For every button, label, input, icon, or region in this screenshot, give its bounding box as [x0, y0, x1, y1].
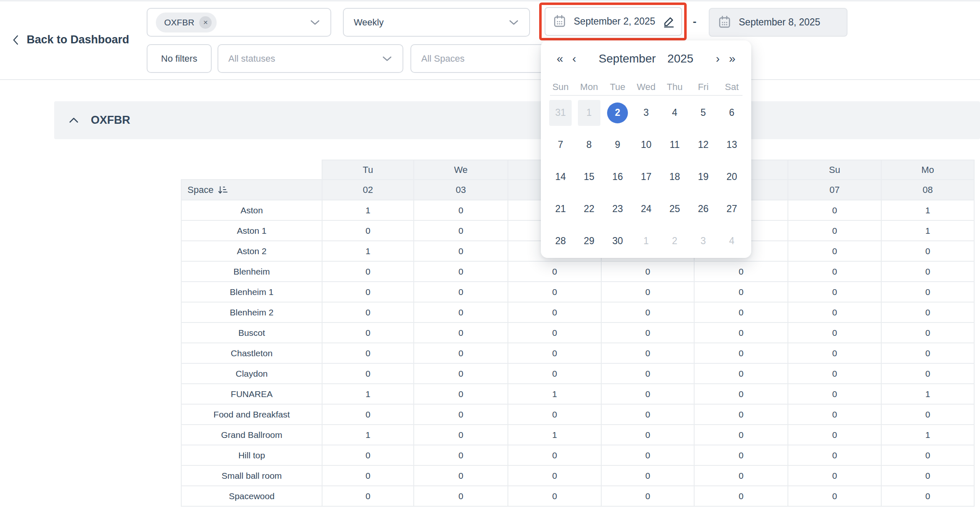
section-header-oxfbr[interactable]: OXFBR — [54, 101, 980, 139]
calendar-date-cell: 23 — [603, 193, 632, 225]
calendar-date-cell: 12 — [689, 129, 718, 161]
calendar-day[interactable]: 3 — [693, 231, 714, 252]
calendar-date-cell: 21 — [546, 193, 575, 225]
calendar-date-cell: 18 — [660, 161, 689, 193]
calendar-date-cell: 1 — [632, 225, 661, 257]
calendar-date-cell: 2 — [660, 225, 689, 257]
value-cell: 0 — [881, 445, 974, 465]
calendar-day[interactable]: 20 — [721, 167, 742, 188]
value-cell: 1 — [881, 200, 974, 220]
calendar-day[interactable]: 19 — [693, 167, 714, 188]
space-name-cell: Blenheim — [181, 261, 322, 282]
calendar-day[interactable]: 27 — [721, 199, 742, 220]
value-cell: 0 — [788, 302, 881, 322]
no-filters-button[interactable]: No filters — [147, 44, 212, 73]
date-header-cell: 08 — [881, 180, 974, 200]
value-cell: 0 — [508, 445, 601, 465]
value-cell: 0 — [508, 302, 601, 322]
calendar-date-cell: 4 — [718, 225, 746, 257]
end-date-picker[interactable]: September 8, 2025 — [709, 8, 848, 37]
calendar-day[interactable]: 4 — [664, 102, 685, 123]
value-cell: 0 — [414, 404, 508, 425]
calendar-date-cell: 3 — [632, 97, 661, 129]
calendar-day[interactable]: 16 — [607, 167, 628, 188]
calendar-day[interactable]: 23 — [607, 199, 628, 220]
value-cell: 0 — [788, 343, 881, 363]
value-cell: 0 — [694, 465, 788, 486]
calendar-day[interactable]: 30 — [607, 231, 628, 252]
calendar-day[interactable]: 22 — [579, 199, 600, 220]
value-cell: 0 — [508, 261, 601, 282]
table-row: Blenheim 20000000 — [181, 302, 974, 322]
calendar-day[interactable]: 31 — [549, 100, 572, 126]
table-row: Grand Ballroom1010001 — [181, 425, 974, 445]
calendar-day[interactable]: 6 — [721, 102, 742, 123]
space-name-cell: Blenheim 1 — [181, 282, 322, 302]
calendar-date-cell: 19 — [689, 161, 718, 193]
sort-icon[interactable] — [218, 185, 228, 195]
value-cell: 0 — [601, 445, 694, 465]
back-to-dashboard-link[interactable]: Back to Dashboard — [11, 33, 129, 46]
calendar-date-cell: 16 — [603, 161, 632, 193]
calendar-day[interactable]: 21 — [550, 199, 571, 220]
calendar-day[interactable]: 12 — [693, 135, 714, 155]
calendar-date-cell: 10 — [632, 129, 661, 161]
calendar-day[interactable]: 25 — [664, 199, 685, 220]
prev-year-button[interactable]: « — [557, 53, 563, 65]
calendar-day[interactable]: 15 — [579, 167, 600, 188]
prev-month-button[interactable]: ‹ — [572, 53, 576, 65]
space-name-cell: Chastleton — [181, 343, 322, 363]
group-multiselect[interactable]: OXFBR × — [147, 8, 331, 37]
calendar-day[interactable]: 5 — [693, 102, 714, 123]
calendar-month-label[interactable]: September — [599, 52, 656, 65]
statuses-select[interactable]: All statuses — [218, 44, 403, 73]
value-cell: 0 — [881, 404, 974, 425]
space-column-header[interactable]: Space — [181, 180, 322, 200]
space-name-cell: Claydon — [181, 363, 322, 384]
calendar-day[interactable]: 8 — [579, 135, 600, 155]
table-row: Hill top0000000 — [181, 445, 974, 465]
calendar-day[interactable]: 4 — [721, 231, 742, 252]
calendar-day[interactable]: 17 — [636, 167, 657, 188]
value-cell: 0 — [322, 302, 414, 322]
calendar-date-cell: 9 — [603, 129, 632, 161]
value-cell: 0 — [601, 322, 694, 343]
date-header-cell: 03 — [414, 180, 508, 200]
calendar-day[interactable]: 13 — [721, 135, 742, 155]
calendar-date-cell: 26 — [689, 193, 718, 225]
date-picker-popup: « ‹ September 2025 › » SunMonTueWedThuFr… — [541, 40, 751, 258]
next-month-button[interactable]: › — [716, 53, 720, 65]
calendar-day[interactable]: 29 — [579, 231, 600, 252]
value-cell: 1 — [322, 200, 414, 220]
calendar-day[interactable]: 26 — [693, 199, 714, 220]
calendar-day[interactable]: 9 — [607, 135, 628, 155]
table-row: FUNAREA1010001 — [181, 384, 974, 404]
chevron-up-icon[interactable] — [68, 116, 79, 125]
calendar-day[interactable]: 2 — [664, 231, 685, 252]
value-cell: 0 — [881, 282, 974, 302]
calendar-date-cell: 28 — [546, 225, 575, 257]
calendar-day[interactable]: 7 — [550, 135, 571, 155]
calendar-day[interactable]: 11 — [664, 135, 685, 155]
table-row: Chastleton0000000 — [181, 343, 974, 363]
calendar-day[interactable]: 10 — [636, 135, 657, 155]
calendar-day-selected[interactable]: 2 — [607, 102, 628, 123]
calendar-day[interactable]: 28 — [550, 231, 571, 252]
section-title: OXFBR — [91, 114, 130, 127]
table-row: Buscot0000000 — [181, 322, 974, 343]
remove-tag-button[interactable]: × — [199, 16, 212, 29]
value-cell: 0 — [881, 486, 974, 506]
calendar-day[interactable]: 18 — [664, 167, 685, 188]
next-year-button[interactable]: » — [729, 53, 735, 65]
calendar-day[interactable]: 1 — [578, 100, 600, 126]
calendar-day[interactable]: 1 — [636, 231, 657, 252]
calendar-day[interactable]: 24 — [636, 199, 657, 220]
value-cell: 0 — [508, 404, 601, 425]
value-cell: 0 — [322, 363, 414, 384]
day-header-cell: Su — [788, 160, 881, 180]
calendar-day[interactable]: 14 — [550, 167, 571, 188]
calendar-year-label[interactable]: 2025 — [668, 52, 693, 65]
period-select[interactable]: Weekly — [343, 8, 530, 37]
space-name-cell: FUNAREA — [181, 384, 322, 404]
calendar-day[interactable]: 3 — [636, 102, 657, 123]
